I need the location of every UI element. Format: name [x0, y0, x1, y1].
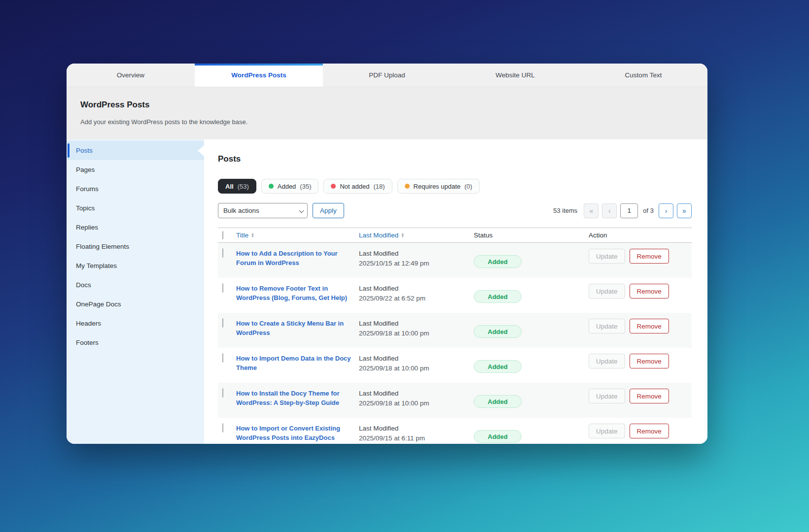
tab[interactable]: Custom Text: [579, 64, 707, 87]
last-modified-label: Last Modified: [359, 389, 469, 399]
posts-heading: Posts: [218, 154, 692, 164]
post-title-link[interactable]: How to Add a Description to Your Forum i…: [236, 249, 352, 267]
sidebar-item[interactable]: Footers: [67, 333, 204, 352]
sort-icon: ▲▼: [401, 233, 404, 237]
sidebar-item-label: Footers: [76, 339, 99, 346]
filter-pill[interactable]: All (53): [218, 179, 256, 194]
table-row: How to Add a Description to Your Forum i…: [218, 243, 692, 278]
remove-button[interactable]: Remove: [630, 284, 669, 299]
sidebar-item[interactable]: Posts: [67, 141, 204, 160]
filter-pill[interactable]: Not added (18): [323, 179, 392, 194]
apply-button[interactable]: Apply: [313, 203, 344, 218]
row-checkbox[interactable]: [222, 388, 223, 398]
tab-bar: Overview WordPress Posts PDF Upload Webs…: [67, 64, 707, 87]
table-controls: Bulk actions Apply 53 items « ‹ of 3 › »: [218, 203, 692, 218]
last-modified-column-header: Last Modified: [359, 232, 398, 239]
sidebar-item[interactable]: Forums: [67, 179, 204, 199]
row-checkbox[interactable]: [222, 423, 223, 432]
tab[interactable]: Website URL: [451, 64, 579, 87]
last-modified-label: Last Modified: [359, 284, 469, 294]
remove-button[interactable]: Remove: [630, 319, 669, 333]
sidebar-item-label: Posts: [76, 147, 93, 154]
remove-button[interactable]: Remove: [630, 389, 669, 403]
filter-count: (53): [238, 183, 249, 190]
last-modified-label: Last Modified: [359, 424, 469, 433]
last-modified-label: Last Modified: [359, 319, 469, 329]
update-button[interactable]: Update: [589, 389, 625, 403]
section-header: WordPress Posts Add your existing WordPr…: [67, 87, 707, 139]
post-title-link[interactable]: How to Import or Convert Existing WordPr…: [236, 424, 352, 444]
tab[interactable]: WordPress Posts: [195, 64, 323, 87]
status-dot-icon: [405, 184, 410, 189]
post-title-link[interactable]: How to Remove Footer Text in WordPress (…: [236, 284, 352, 302]
sidebar-item[interactable]: Floating Elements: [67, 237, 204, 256]
sidebar-item-label: Topics: [76, 204, 95, 212]
sidebar-item-label: OnePage Docs: [76, 300, 121, 308]
sidebar-item[interactable]: Topics: [67, 199, 204, 218]
post-title-link[interactable]: How to Create a Sticky Menu Bar in WordP…: [236, 319, 352, 337]
sidebar-item-label: My Templates: [76, 262, 117, 269]
page-subtitle: Add your existing WordPress posts to the…: [80, 118, 694, 126]
update-button[interactable]: Update: [589, 424, 625, 438]
sidebar-item[interactable]: Replies: [67, 218, 204, 237]
sidebar-item-label: Headers: [76, 320, 101, 327]
sidebar-item[interactable]: My Templates: [67, 256, 204, 275]
row-actions: Update Remove: [589, 249, 692, 264]
filter-label: Added: [278, 183, 296, 190]
last-modified-date: 2025/10/15 at 12:49 pm: [359, 259, 469, 268]
sidebar-item-label: Docs: [76, 281, 91, 289]
next-page-button[interactable]: ›: [659, 203, 673, 218]
last-page-button[interactable]: »: [677, 203, 692, 218]
remove-button[interactable]: Remove: [630, 249, 669, 264]
sidebar-item[interactable]: OnePage Docs: [67, 295, 204, 314]
page-title: WordPress Posts: [80, 100, 694, 110]
filter-pill[interactable]: Requires update (0): [397, 179, 480, 194]
remove-button[interactable]: Remove: [630, 424, 669, 438]
tab-label: Website URL: [495, 71, 534, 79]
first-page-button[interactable]: «: [584, 203, 598, 218]
table-header-row: Title ▲▼ Last Modified ▲▼ Status Action: [218, 228, 692, 243]
remove-button[interactable]: Remove: [630, 354, 669, 368]
posts-panel: Posts All (53) Added (35): [204, 139, 707, 444]
status-badge: Added: [474, 360, 522, 373]
items-count: 53 items: [553, 207, 577, 214]
row-checkbox[interactable]: [222, 283, 223, 293]
tab[interactable]: PDF Upload: [323, 64, 451, 87]
active-indicator-bar: [68, 143, 70, 158]
row-checkbox[interactable]: [222, 248, 223, 258]
sidebar-item[interactable]: Docs: [67, 275, 204, 295]
update-button[interactable]: Update: [589, 319, 625, 333]
sidebar-item-label: Forums: [76, 185, 99, 193]
filter-count: (35): [300, 183, 311, 190]
current-page-input[interactable]: [620, 203, 638, 218]
last-modified-date: 2025/09/18 at 10:00 pm: [359, 399, 469, 408]
tab-label: Custom Text: [625, 71, 662, 79]
filter-pill[interactable]: Added (35): [261, 179, 319, 194]
bulk-actions-select-wrap: Bulk actions: [218, 203, 308, 218]
update-button[interactable]: Update: [589, 284, 625, 299]
tab[interactable]: Overview: [67, 64, 195, 87]
sort-by-last-modified[interactable]: Last Modified ▲▼: [359, 232, 404, 239]
row-checkbox[interactable]: [222, 318, 223, 328]
active-item-notch: [198, 145, 204, 156]
post-title-link[interactable]: How to Import Demo Data in the Docy Them…: [236, 354, 352, 372]
table-row: How to Import or Convert Existing WordPr…: [218, 418, 692, 444]
last-modified-date: 2025/09/18 at 10:00 pm: [359, 364, 469, 373]
bulk-actions-select[interactable]: Bulk actions: [218, 203, 308, 218]
last-modified-label: Last Modified: [359, 249, 469, 259]
row-checkbox[interactable]: [222, 353, 223, 363]
prev-page-button[interactable]: ‹: [602, 203, 617, 218]
sidebar-item[interactable]: Pages: [67, 160, 204, 179]
action-column-header: Action: [589, 232, 692, 239]
sidebar-item[interactable]: Headers: [67, 314, 204, 333]
select-all-checkbox[interactable]: [222, 231, 223, 239]
sidebar-item-label: Pages: [76, 166, 95, 173]
update-button[interactable]: Update: [589, 354, 625, 368]
sort-by-title[interactable]: Title ▲▼: [236, 232, 254, 239]
update-button[interactable]: Update: [589, 249, 625, 264]
post-title-link[interactable]: How to Install the Docy Theme for WordPr…: [236, 389, 352, 407]
last-modified-date: 2025/09/15 at 6:11 pm: [359, 433, 469, 443]
row-actions: Update Remove: [589, 319, 692, 333]
row-actions: Update Remove: [589, 424, 692, 438]
table-row: How to Install the Docy Theme for WordPr…: [218, 383, 692, 418]
